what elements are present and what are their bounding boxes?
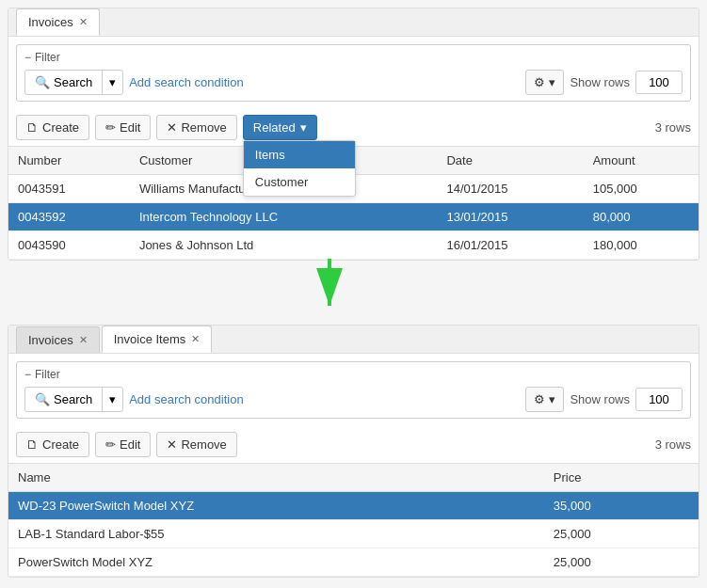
create-button-2[interactable]: 🗋 Create bbox=[16, 432, 89, 457]
filter-legend-1: − Filter bbox=[24, 51, 683, 64]
filter-legend-2: − Filter bbox=[24, 368, 683, 381]
search-label-2: Search bbox=[54, 392, 92, 406]
search-main-btn-1[interactable]: 🔍 Search bbox=[25, 71, 102, 94]
cell-name: WD-23 PowerSwitch Model XYZ bbox=[8, 492, 544, 520]
cell-number: 0043590 bbox=[8, 231, 130, 260]
cell-price: 25,000 bbox=[544, 548, 699, 577]
filter-row-2: 🔍 Search ▾ Add search condition ⚙ ▾ Show… bbox=[24, 387, 683, 412]
gear-button-2[interactable]: ⚙ ▾ bbox=[525, 387, 564, 412]
table-row[interactable]: WD-23 PowerSwitch Model XYZ 35,000 bbox=[8, 492, 699, 520]
cell-number: 0043591 bbox=[8, 175, 130, 203]
related-dropdown-wrapper: Related ▾ Items Customer bbox=[243, 115, 317, 140]
cell-customer: Jones & Johnson Ltd bbox=[130, 231, 438, 260]
create-icon-2: 🗋 bbox=[26, 437, 39, 452]
add-condition-link-2[interactable]: Add search condition bbox=[129, 392, 243, 406]
filter-section-1: − Filter 🔍 Search ▾ Add search condition bbox=[16, 44, 691, 102]
dropdown-item-items[interactable]: Items bbox=[244, 141, 355, 168]
cell-amount: 80,000 bbox=[584, 203, 699, 231]
down-arrow bbox=[282, 259, 471, 315]
table-row[interactable]: PowerSwitch Model XYZ 25,000 bbox=[8, 548, 699, 577]
add-condition-link-1[interactable]: Add search condition bbox=[129, 75, 243, 89]
cell-date: 13/01/2015 bbox=[437, 203, 583, 231]
tabs-bar-1: Invoices ✕ bbox=[8, 8, 699, 37]
tab-invoices-2-label: Invoices bbox=[28, 333, 73, 347]
edit-icon-2: ✏ bbox=[105, 437, 116, 452]
cell-price: 25,000 bbox=[544, 520, 699, 548]
table-row[interactable]: 0043590 Jones & Johnson Ltd 16/01/2015 1… bbox=[8, 231, 699, 260]
cell-date: 16/01/2015 bbox=[437, 231, 583, 260]
cell-amount: 105,000 bbox=[584, 175, 699, 203]
create-icon-1: 🗋 bbox=[26, 120, 39, 135]
rows-count-2: 3 rows bbox=[655, 437, 691, 452]
col-header-name: Name bbox=[8, 464, 544, 492]
filter-collapse-icon-1[interactable]: − bbox=[24, 51, 31, 64]
invoices-panel: Invoices ✕ − Filter 🔍 Search ▾ bbox=[8, 8, 699, 261]
table-row[interactable]: 0043592 Intercom Technology LLC 13/01/20… bbox=[8, 203, 699, 231]
cell-amount: 180,000 bbox=[584, 231, 699, 260]
tab-invoice-items-label: Invoice Items bbox=[114, 332, 186, 346]
search-caret-icon-2: ▾ bbox=[109, 392, 116, 406]
show-rows-label-1: Show rows bbox=[570, 75, 630, 89]
cell-name: PowerSwitch Model XYZ bbox=[8, 548, 544, 577]
search-icon-1: 🔍 bbox=[35, 75, 50, 89]
gear-icon-1: ⚙ bbox=[534, 75, 545, 89]
search-main-btn-2[interactable]: 🔍 Search bbox=[25, 388, 102, 411]
filter-row-1: 🔍 Search ▾ Add search condition ⚙ ▾ Show… bbox=[24, 70, 683, 95]
related-button[interactable]: Related ▾ bbox=[243, 115, 317, 140]
tab-invoice-items-close[interactable]: ✕ bbox=[191, 333, 200, 345]
cell-price: 35,000 bbox=[544, 492, 699, 520]
cell-customer: Intercom Technology LLC bbox=[130, 203, 438, 231]
rows-count-1: 3 rows bbox=[655, 120, 691, 135]
col-header-number: Number bbox=[8, 147, 130, 175]
invoice-items-table: Name Price WD-23 PowerSwitch Model XYZ 3… bbox=[8, 463, 699, 577]
tab-invoices-1[interactable]: Invoices ✕ bbox=[16, 8, 100, 36]
cell-name: LAB-1 Standard Labor-$55 bbox=[8, 520, 544, 548]
search-caret-2[interactable]: ▾ bbox=[102, 388, 122, 411]
edit-button-1[interactable]: ✏ Edit bbox=[95, 115, 151, 140]
col-header-amount: Amount bbox=[584, 147, 699, 175]
toolbar-1: 🗋 Create ✏ Edit ✕ Remove Related ▾ Items bbox=[8, 109, 699, 146]
toolbar-2: 🗋 Create ✏ Edit ✕ Remove 3 rows bbox=[8, 426, 699, 463]
cell-date: 14/01/2015 bbox=[437, 175, 583, 203]
tab-invoice-items[interactable]: Invoice Items ✕ bbox=[102, 326, 213, 353]
invoice-items-panel: Invoices ✕ Invoice Items ✕ − Filter 🔍 Se… bbox=[8, 325, 699, 578]
col-header-price: Price bbox=[544, 464, 699, 492]
cell-number: 0043592 bbox=[8, 203, 130, 231]
remove-button-1[interactable]: ✕ Remove bbox=[156, 115, 236, 140]
search-icon-2: 🔍 bbox=[35, 392, 50, 406]
tab-invoices-1-label: Invoices bbox=[28, 15, 73, 29]
search-button-2[interactable]: 🔍 Search ▾ bbox=[24, 387, 123, 412]
filter-title-1: Filter bbox=[35, 51, 60, 64]
related-label: Related bbox=[253, 120, 296, 135]
tab-invoices-2-close[interactable]: ✕ bbox=[79, 334, 88, 346]
edit-button-2[interactable]: ✏ Edit bbox=[95, 432, 151, 457]
tab-invoices-1-close[interactable]: ✕ bbox=[79, 16, 88, 28]
gear-icon-2: ⚙ bbox=[534, 392, 545, 406]
filter-collapse-icon-2[interactable]: − bbox=[24, 368, 31, 381]
related-caret-icon: ▾ bbox=[300, 120, 307, 135]
arrow-container bbox=[0, 268, 707, 325]
create-button-1[interactable]: 🗋 Create bbox=[16, 115, 89, 140]
show-rows-label-2: Show rows bbox=[570, 392, 630, 406]
table-header-row-2: Name Price bbox=[8, 464, 699, 492]
dropdown-item-customer[interactable]: Customer bbox=[244, 168, 355, 196]
search-button-1[interactable]: 🔍 Search ▾ bbox=[24, 70, 123, 95]
show-rows-input-1[interactable] bbox=[635, 71, 683, 94]
filter-title-2: Filter bbox=[35, 368, 60, 381]
remove-button-2[interactable]: ✕ Remove bbox=[156, 432, 236, 457]
show-rows-input-2[interactable] bbox=[635, 388, 683, 411]
related-dropdown-menu: Items Customer bbox=[243, 140, 356, 197]
edit-icon-1: ✏ bbox=[105, 120, 116, 135]
search-caret-1[interactable]: ▾ bbox=[102, 71, 122, 94]
gear-caret-1: ▾ bbox=[549, 75, 555, 89]
tabs-bar-2: Invoices ✕ Invoice Items ✕ bbox=[8, 326, 699, 354]
search-label-1: Search bbox=[54, 75, 92, 89]
col-header-date: Date bbox=[437, 147, 583, 175]
remove-icon-1: ✕ bbox=[167, 120, 177, 135]
gear-button-1[interactable]: ⚙ ▾ bbox=[525, 70, 564, 95]
gear-caret-2: ▾ bbox=[549, 392, 555, 406]
remove-icon-2: ✕ bbox=[167, 437, 177, 452]
search-caret-icon-1: ▾ bbox=[109, 75, 116, 89]
table-row[interactable]: LAB-1 Standard Labor-$55 25,000 bbox=[8, 520, 699, 548]
tab-invoices-2[interactable]: Invoices ✕ bbox=[16, 326, 100, 353]
